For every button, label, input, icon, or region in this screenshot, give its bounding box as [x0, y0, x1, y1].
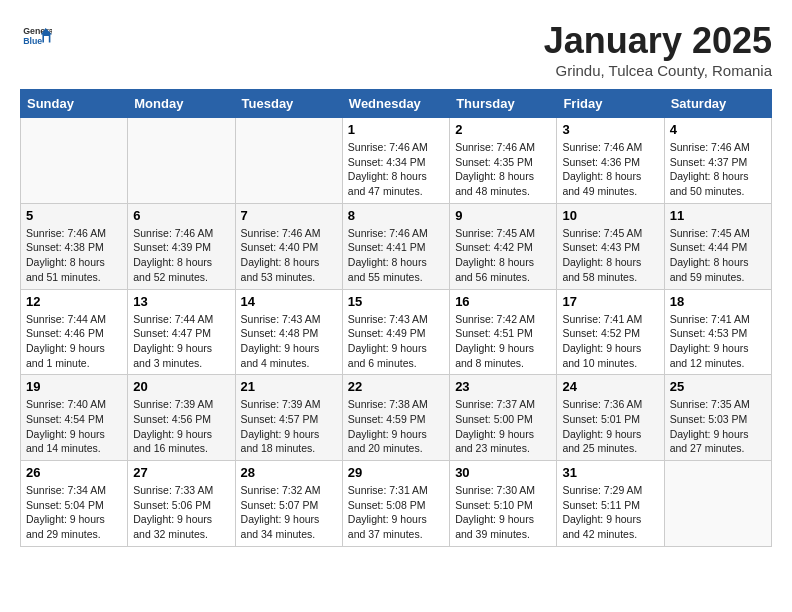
calendar-cell: [235, 118, 342, 204]
day-info: Sunrise: 7:45 AM Sunset: 4:43 PM Dayligh…: [562, 226, 658, 285]
calendar-cell: 25Sunrise: 7:35 AM Sunset: 5:03 PM Dayli…: [664, 375, 771, 461]
day-info: Sunrise: 7:31 AM Sunset: 5:08 PM Dayligh…: [348, 483, 444, 542]
day-number: 12: [26, 294, 122, 309]
day-number: 16: [455, 294, 551, 309]
day-info: Sunrise: 7:33 AM Sunset: 5:06 PM Dayligh…: [133, 483, 229, 542]
day-info: Sunrise: 7:46 AM Sunset: 4:36 PM Dayligh…: [562, 140, 658, 199]
weekday-header-monday: Monday: [128, 90, 235, 118]
day-number: 1: [348, 122, 444, 137]
calendar-cell: 30Sunrise: 7:30 AM Sunset: 5:10 PM Dayli…: [450, 461, 557, 547]
day-info: Sunrise: 7:41 AM Sunset: 4:52 PM Dayligh…: [562, 312, 658, 371]
week-row-5: 26Sunrise: 7:34 AM Sunset: 5:04 PM Dayli…: [21, 461, 772, 547]
day-info: Sunrise: 7:43 AM Sunset: 4:49 PM Dayligh…: [348, 312, 444, 371]
calendar-cell: 3Sunrise: 7:46 AM Sunset: 4:36 PM Daylig…: [557, 118, 664, 204]
calendar-cell: 20Sunrise: 7:39 AM Sunset: 4:56 PM Dayli…: [128, 375, 235, 461]
calendar-cell: 27Sunrise: 7:33 AM Sunset: 5:06 PM Dayli…: [128, 461, 235, 547]
day-number: 8: [348, 208, 444, 223]
day-info: Sunrise: 7:46 AM Sunset: 4:37 PM Dayligh…: [670, 140, 766, 199]
logo: General Blue: [20, 20, 56, 52]
day-number: 7: [241, 208, 337, 223]
weekday-header-thursday: Thursday: [450, 90, 557, 118]
calendar-cell: 13Sunrise: 7:44 AM Sunset: 4:47 PM Dayli…: [128, 289, 235, 375]
day-number: 22: [348, 379, 444, 394]
calendar-cell: [21, 118, 128, 204]
calendar-cell: 5Sunrise: 7:46 AM Sunset: 4:38 PM Daylig…: [21, 203, 128, 289]
week-row-4: 19Sunrise: 7:40 AM Sunset: 4:54 PM Dayli…: [21, 375, 772, 461]
calendar-cell: 17Sunrise: 7:41 AM Sunset: 4:52 PM Dayli…: [557, 289, 664, 375]
calendar-cell: 14Sunrise: 7:43 AM Sunset: 4:48 PM Dayli…: [235, 289, 342, 375]
day-info: Sunrise: 7:46 AM Sunset: 4:35 PM Dayligh…: [455, 140, 551, 199]
day-info: Sunrise: 7:36 AM Sunset: 5:01 PM Dayligh…: [562, 397, 658, 456]
calendar-cell: 23Sunrise: 7:37 AM Sunset: 5:00 PM Dayli…: [450, 375, 557, 461]
calendar-cell: 15Sunrise: 7:43 AM Sunset: 4:49 PM Dayli…: [342, 289, 449, 375]
page-header: General Blue January 2025 Grindu, Tulcea…: [20, 20, 772, 79]
day-number: 19: [26, 379, 122, 394]
day-number: 17: [562, 294, 658, 309]
week-row-3: 12Sunrise: 7:44 AM Sunset: 4:46 PM Dayli…: [21, 289, 772, 375]
weekday-header-row: SundayMondayTuesdayWednesdayThursdayFrid…: [21, 90, 772, 118]
calendar-cell: 10Sunrise: 7:45 AM Sunset: 4:43 PM Dayli…: [557, 203, 664, 289]
calendar-cell: 2Sunrise: 7:46 AM Sunset: 4:35 PM Daylig…: [450, 118, 557, 204]
day-info: Sunrise: 7:41 AM Sunset: 4:53 PM Dayligh…: [670, 312, 766, 371]
calendar-cell: [664, 461, 771, 547]
day-info: Sunrise: 7:43 AM Sunset: 4:48 PM Dayligh…: [241, 312, 337, 371]
day-info: Sunrise: 7:32 AM Sunset: 5:07 PM Dayligh…: [241, 483, 337, 542]
day-info: Sunrise: 7:44 AM Sunset: 4:47 PM Dayligh…: [133, 312, 229, 371]
day-info: Sunrise: 7:46 AM Sunset: 4:41 PM Dayligh…: [348, 226, 444, 285]
day-number: 13: [133, 294, 229, 309]
calendar-cell: 7Sunrise: 7:46 AM Sunset: 4:40 PM Daylig…: [235, 203, 342, 289]
day-info: Sunrise: 7:46 AM Sunset: 4:34 PM Dayligh…: [348, 140, 444, 199]
day-number: 21: [241, 379, 337, 394]
calendar-table: SundayMondayTuesdayWednesdayThursdayFrid…: [20, 89, 772, 547]
day-info: Sunrise: 7:37 AM Sunset: 5:00 PM Dayligh…: [455, 397, 551, 456]
calendar-cell: 6Sunrise: 7:46 AM Sunset: 4:39 PM Daylig…: [128, 203, 235, 289]
day-number: 11: [670, 208, 766, 223]
day-number: 10: [562, 208, 658, 223]
calendar-cell: 18Sunrise: 7:41 AM Sunset: 4:53 PM Dayli…: [664, 289, 771, 375]
day-info: Sunrise: 7:46 AM Sunset: 4:38 PM Dayligh…: [26, 226, 122, 285]
day-number: 6: [133, 208, 229, 223]
day-info: Sunrise: 7:42 AM Sunset: 4:51 PM Dayligh…: [455, 312, 551, 371]
day-number: 9: [455, 208, 551, 223]
day-number: 25: [670, 379, 766, 394]
day-number: 2: [455, 122, 551, 137]
day-number: 29: [348, 465, 444, 480]
day-number: 23: [455, 379, 551, 394]
day-info: Sunrise: 7:46 AM Sunset: 4:40 PM Dayligh…: [241, 226, 337, 285]
day-info: Sunrise: 7:45 AM Sunset: 4:44 PM Dayligh…: [670, 226, 766, 285]
month-title: January 2025: [544, 20, 772, 62]
calendar-cell: [128, 118, 235, 204]
calendar-cell: 22Sunrise: 7:38 AM Sunset: 4:59 PM Dayli…: [342, 375, 449, 461]
day-number: 18: [670, 294, 766, 309]
calendar-cell: 4Sunrise: 7:46 AM Sunset: 4:37 PM Daylig…: [664, 118, 771, 204]
day-info: Sunrise: 7:30 AM Sunset: 5:10 PM Dayligh…: [455, 483, 551, 542]
day-number: 14: [241, 294, 337, 309]
day-number: 31: [562, 465, 658, 480]
weekday-header-sunday: Sunday: [21, 90, 128, 118]
day-number: 4: [670, 122, 766, 137]
day-number: 5: [26, 208, 122, 223]
day-number: 3: [562, 122, 658, 137]
day-number: 27: [133, 465, 229, 480]
calendar-cell: 28Sunrise: 7:32 AM Sunset: 5:07 PM Dayli…: [235, 461, 342, 547]
weekday-header-saturday: Saturday: [664, 90, 771, 118]
calendar-cell: 1Sunrise: 7:46 AM Sunset: 4:34 PM Daylig…: [342, 118, 449, 204]
calendar-cell: 29Sunrise: 7:31 AM Sunset: 5:08 PM Dayli…: [342, 461, 449, 547]
calendar-cell: 11Sunrise: 7:45 AM Sunset: 4:44 PM Dayli…: [664, 203, 771, 289]
day-info: Sunrise: 7:34 AM Sunset: 5:04 PM Dayligh…: [26, 483, 122, 542]
calendar-cell: 31Sunrise: 7:29 AM Sunset: 5:11 PM Dayli…: [557, 461, 664, 547]
weekday-header-tuesday: Tuesday: [235, 90, 342, 118]
title-section: January 2025 Grindu, Tulcea County, Roma…: [544, 20, 772, 79]
day-info: Sunrise: 7:39 AM Sunset: 4:56 PM Dayligh…: [133, 397, 229, 456]
day-info: Sunrise: 7:46 AM Sunset: 4:39 PM Dayligh…: [133, 226, 229, 285]
location: Grindu, Tulcea County, Romania: [544, 62, 772, 79]
calendar-cell: 12Sunrise: 7:44 AM Sunset: 4:46 PM Dayli…: [21, 289, 128, 375]
day-info: Sunrise: 7:29 AM Sunset: 5:11 PM Dayligh…: [562, 483, 658, 542]
week-row-2: 5Sunrise: 7:46 AM Sunset: 4:38 PM Daylig…: [21, 203, 772, 289]
day-number: 28: [241, 465, 337, 480]
day-info: Sunrise: 7:45 AM Sunset: 4:42 PM Dayligh…: [455, 226, 551, 285]
day-number: 26: [26, 465, 122, 480]
weekday-header-friday: Friday: [557, 90, 664, 118]
day-info: Sunrise: 7:38 AM Sunset: 4:59 PM Dayligh…: [348, 397, 444, 456]
day-number: 30: [455, 465, 551, 480]
